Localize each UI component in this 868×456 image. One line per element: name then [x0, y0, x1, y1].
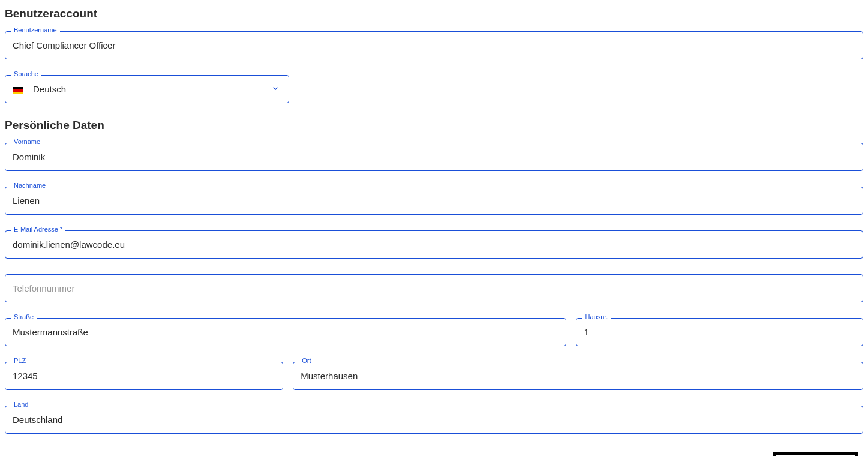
language-label: Sprache — [11, 70, 41, 77]
lastname-field-group: Nachname — [5, 187, 863, 215]
svg-rect-0 — [13, 87, 23, 89]
housenr-label: Hausnr. — [582, 313, 611, 320]
email-input[interactable] — [5, 230, 863, 259]
button-row: Speichern — [5, 452, 863, 456]
city-label: Ort — [299, 357, 314, 364]
username-label: Benutzername — [11, 26, 60, 34]
country-label: Land — [11, 401, 31, 408]
housenr-input[interactable] — [576, 318, 863, 346]
section-title-account: Benutzeraccount — [5, 7, 863, 20]
country-input[interactable] — [5, 406, 863, 434]
svg-rect-1 — [13, 89, 23, 92]
street-field-group: Straße — [5, 318, 566, 346]
firstname-input[interactable] — [5, 143, 863, 171]
street-label: Straße — [11, 313, 37, 320]
save-button-highlight: Speichern — [773, 452, 858, 456]
housenr-field-group: Hausnr. — [576, 318, 863, 346]
svg-rect-2 — [13, 92, 23, 94]
username-input[interactable] — [5, 31, 863, 59]
language-field-group: Sprache Deutsch — [5, 75, 289, 103]
city-field-group: Ort — [293, 362, 863, 390]
firstname-field-group: Vorname — [5, 143, 863, 171]
street-input[interactable] — [5, 318, 566, 346]
firstname-label: Vorname — [11, 138, 43, 145]
phone-input[interactable] — [5, 274, 863, 302]
language-select[interactable]: Deutsch — [5, 75, 289, 103]
country-field-group: Land — [5, 406, 863, 434]
section-title-personal: Persönliche Daten — [5, 119, 863, 132]
email-field-group: E-Mail Adresse * — [5, 230, 863, 259]
germany-flag-icon — [13, 86, 23, 93]
city-input[interactable] — [293, 362, 863, 390]
chevron-down-icon — [271, 84, 280, 94]
lastname-input[interactable] — [5, 187, 863, 215]
username-field-group: Benutzername — [5, 31, 863, 59]
zip-field-group: PLZ — [5, 362, 283, 390]
phone-field-group — [5, 274, 863, 302]
email-label: E-Mail Adresse * — [11, 226, 65, 233]
lastname-label: Nachname — [11, 182, 49, 189]
language-value: Deutsch — [33, 84, 66, 94]
zip-label: PLZ — [11, 357, 29, 364]
zip-input[interactable] — [5, 362, 283, 390]
